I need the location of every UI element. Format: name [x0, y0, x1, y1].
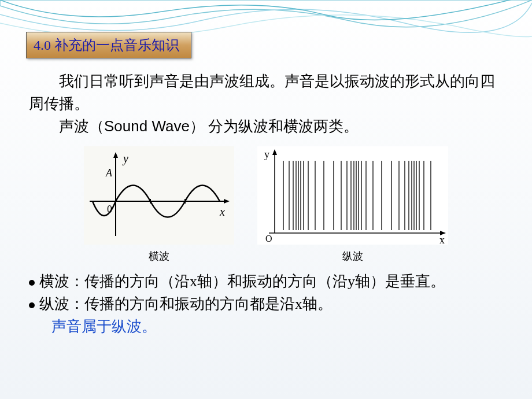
bullet-1: 横波：传播的方向（沿x轴）和振动的方向（沿y轴）是垂直。: [29, 270, 506, 293]
final-note-text: 声音属于纵波。: [51, 318, 157, 335]
paragraph-1: 我们日常听到声音是由声波组成。声音是以振动波的形式从的向四周传播。: [29, 70, 506, 115]
longitudinal-label: 纵波: [342, 249, 363, 263]
long-x-label: x: [439, 234, 445, 245]
transverse-wave-diagram: y x A 0: [84, 146, 234, 245]
p2-suffix: ） 分为纵波和横波两类。: [190, 118, 359, 135]
svg-marker-1: [113, 152, 118, 158]
long-origin: O: [265, 234, 272, 243]
bullet-2-text: 纵波：传播的方向和振动的方向都是沿x轴。: [39, 295, 332, 312]
bullet-icon: [29, 280, 35, 286]
y-axis-label: y: [122, 152, 128, 165]
bullet-list: 横波：传播的方向（沿x轴）和振动的方向（沿y轴）是垂直。 纵波：传播的方向和振动…: [29, 270, 506, 338]
x-axis-label: x: [219, 205, 225, 218]
bullet-2: 纵波：传播的方向和振动的方向都是沿x轴。: [29, 293, 506, 315]
p2-prefix: 声波（: [59, 118, 104, 135]
final-note: 声音属于纵波。: [29, 315, 506, 338]
svg-marker-7: [272, 149, 277, 155]
svg-marker-3: [224, 199, 230, 204]
section-title-box: 4.0 补充的一点音乐知识: [26, 32, 191, 58]
compression-lines: [283, 161, 431, 230]
bullet-icon: [29, 302, 35, 308]
transverse-label: 横波: [149, 249, 169, 263]
bullet-1-text: 横波：传播的方向（沿x轴）和振动的方向（沿y轴）是垂直。: [39, 273, 445, 290]
longitudinal-wave-diagram: y x O: [257, 146, 448, 245]
long-y-label: y: [264, 149, 269, 160]
amplitude-label: A: [105, 167, 113, 179]
paragraph-2: 声波（Sound Wave） 分为纵波和横波两类。: [29, 115, 506, 138]
longitudinal-wave-wrapper: y x O: [257, 146, 448, 263]
slide-content: 4.0 补充的一点音乐知识 我们日常听到声音是由声波组成。声音是以振动波的形式从…: [0, 0, 532, 349]
transverse-wave-wrapper: y x A 0 横波: [84, 146, 234, 263]
diagrams-container: y x A 0 横波 y x O: [26, 146, 506, 263]
p2-english: Sound Wave: [104, 117, 190, 135]
section-title: 4.0 补充的一点音乐知识: [34, 38, 179, 53]
